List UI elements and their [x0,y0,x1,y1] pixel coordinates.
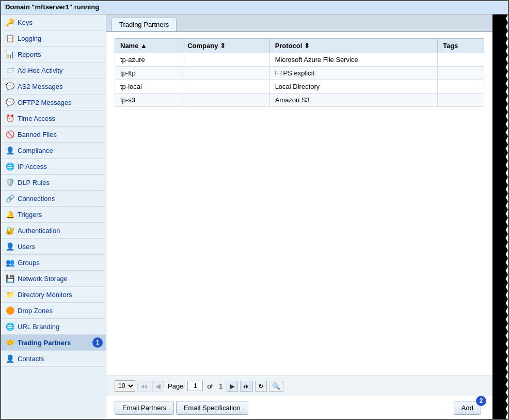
pagination-bar: 10 25 50 ⏮ ◀ Page of 1 ▶ ⏭ ↻ 🔍 [106,376,508,396]
first-page-btn[interactable]: ⏮ [137,381,150,392]
sidebar-item-label-tradingpartners: Trading Partners [18,339,71,347]
sidebar-item-tradingpartners[interactable]: 🤝Trading Partners1 [1,335,106,351]
sidebar-item-label-groups: Groups [18,259,40,267]
page-size-select[interactable]: 10 25 50 [115,380,135,392]
oftp2-icon: 💬 [5,98,14,107]
sidebar-item-label-triggers: Triggers [18,211,42,219]
sidebar-item-label-urlbranding: URL Branding [18,323,59,331]
cell-protocol: Microsoft Azure File Service [269,53,437,67]
refresh-btn[interactable]: ↻ [255,381,267,392]
bannedfiles-icon: 🚫 [5,130,14,139]
table-container: Name ▲Company ⇕Protocol ⇕Tags tp-azureMi… [106,32,508,376]
contacts-icon: 👤 [5,354,14,363]
sidebar-item-label-networkstorage: Network Storage [18,275,68,283]
sidebar-item-timeaccess[interactable]: ⏰Time Access [1,111,106,127]
sidebar-item-label-oftp2: OFTP2 Messages [18,99,72,106]
sidebar-item-authentication[interactable]: 🔐Authentication [1,223,106,239]
next-page-btn[interactable]: ▶ [227,381,238,392]
sidebar-item-urlbranding[interactable]: 🌐URL Branding [1,319,106,335]
sidebar-item-directorymonitors[interactable]: 📁Directory Monitors [1,287,106,303]
sidebar-item-label-authentication: Authentication [18,227,60,235]
sidebar-item-compliance[interactable]: 👤Compliance [1,143,106,159]
col-header-name[interactable]: Name ▲ [115,39,182,53]
sidebar-item-groups[interactable]: 👥Groups [1,255,106,271]
action-row: Email Partners Email Specification 2 Add [106,396,508,420]
title-text: Domain "mftserver1" running [5,3,99,11]
page-input[interactable] [187,381,203,391]
sidebar-item-users[interactable]: 👤Users [1,239,106,255]
keys-icon: 🔑 [5,18,14,27]
sidebar-item-label-dropzones: Drop Zones [18,307,53,315]
users-icon: 👤 [5,242,14,251]
ipaccess-icon: 🌐 [5,162,14,171]
prev-page-btn[interactable]: ◀ [152,381,164,392]
table-row[interactable]: tp-s3Amazon S3 [115,94,484,107]
tab-trading-partners[interactable]: Trading Partners [112,18,177,31]
authentication-icon: 🔐 [5,226,14,235]
title-bar: Domain "mftserver1" running [1,1,508,14]
groups-icon: 👥 [5,258,14,267]
sidebar-item-label-timeaccess: Time Access [18,115,55,122]
sidebar-item-networkstorage[interactable]: 💾Network Storage [1,271,106,287]
sidebar-item-keys[interactable]: 🔑Keys [1,14,106,30]
last-page-btn[interactable]: ⏭ [240,381,253,392]
trading-partners-table: Name ▲Company ⇕Protocol ⇕Tags tp-azureMi… [115,38,484,107]
networkstorage-icon: 💾 [5,274,14,283]
sidebar-item-adhoc[interactable]: 📨Ad-Hoc Activity [1,63,106,79]
sidebar-item-label-keys: Keys [18,19,33,26]
sidebar-item-label-connections: Connections [18,195,55,203]
cell-tags [437,80,484,94]
sidebar-item-label-contacts: Contacts [18,355,44,363]
sidebar-item-connections[interactable]: 🔗Connections [1,191,106,207]
sidebar-item-label-users: Users [18,243,35,251]
table-row[interactable]: tp-azureMicrosoft Azure File Service [115,53,484,67]
cell-name: tp-local [115,80,182,94]
sidebar-item-dropzones[interactable]: 🟠Drop Zones [1,303,106,319]
sidebar-item-label-directorymonitors: Directory Monitors [18,291,72,299]
content-area: Trading Partners Name ▲Company ⇕Protocol… [106,14,508,420]
sidebar-item-as2[interactable]: 💬AS2 Messages [1,79,106,95]
cell-protocol: Local Directory [269,80,437,94]
sidebar-item-label-adhoc: Ad-Hoc Activity [18,67,62,74]
dropzones-icon: 🟠 [5,306,14,315]
cell-name: tp-azure [115,53,182,67]
total-pages: 1 [219,382,222,390]
sidebar-item-contacts[interactable]: 👤Contacts [1,351,106,367]
add-badge: 2 [476,396,486,406]
sidebar-item-ipaccess[interactable]: 🌐IP Access [1,159,106,175]
sidebar-item-triggers[interactable]: 🔔Triggers [1,207,106,223]
sidebar-item-label-ipaccess: IP Access [18,163,47,170]
sidebar-item-logging[interactable]: 📋Logging [1,30,106,46]
sidebar-item-label-bannedfiles: Banned Files [18,131,57,138]
sidebar-item-bannedfiles[interactable]: 🚫Banned Files [1,127,106,143]
email-partners-button[interactable]: Email Partners [115,401,174,415]
compliance-icon: 👤 [5,146,14,155]
timeaccess-icon: ⏰ [5,114,14,123]
sidebar-item-reports[interactable]: 📊Reports [1,46,106,63]
col-header-protocol[interactable]: Protocol ⇕ [269,39,437,53]
cell-protocol: Amazon S3 [269,94,437,107]
add-button-wrapper: 2 Add [454,401,481,415]
cell-name: tp-ftp [115,67,182,80]
table-row[interactable]: tp-ftpFTPS explicit [115,67,484,80]
search-btn[interactable]: 🔍 [269,381,283,392]
cell-protocol: FTPS explicit [269,67,437,80]
email-specification-button[interactable]: Email Specification [176,401,248,415]
adhoc-icon: 📨 [5,66,14,75]
sidebar-badge-tradingpartners: 1 [92,337,103,348]
urlbranding-icon: 🌐 [5,322,14,331]
cell-tags [437,94,484,107]
sidebar-item-label-as2: AS2 Messages [18,83,62,90]
col-header-company[interactable]: Company ⇕ [182,39,269,53]
col-header-tags[interactable]: Tags [437,39,484,53]
directorymonitors-icon: 📁 [5,290,14,299]
table-row[interactable]: tp-localLocal Directory [115,80,484,94]
cell-company [182,80,269,94]
cell-company [182,94,269,107]
triggers-icon: 🔔 [5,210,14,219]
sidebar-item-dlprules[interactable]: 🛡️DLP Rules [1,175,106,191]
cell-company [182,53,269,67]
connections-icon: 🔗 [5,194,14,203]
sidebar-item-label-compliance: Compliance [18,147,53,154]
sidebar-item-oftp2[interactable]: 💬OFTP2 Messages [1,95,106,111]
